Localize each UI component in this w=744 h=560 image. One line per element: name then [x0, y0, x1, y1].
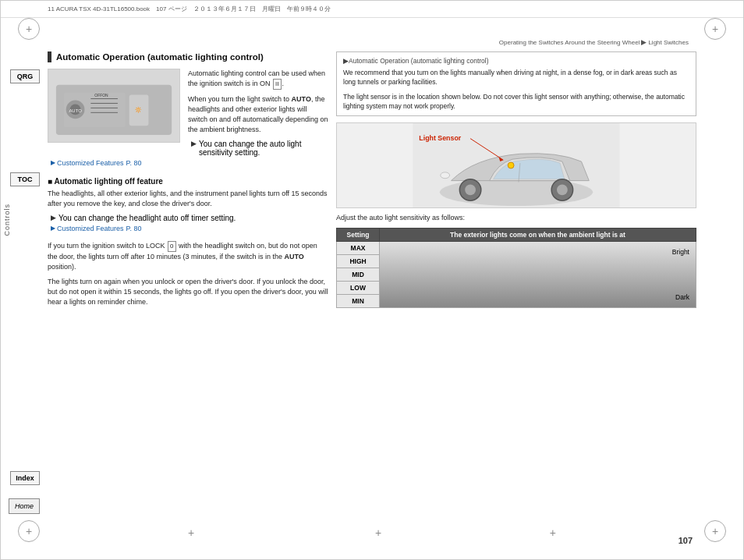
lock-para-prefix: If you turn the ignition switch to LOCK [48, 242, 167, 250]
right-column: ▶Automatic Operation (automatic lighting… [336, 51, 696, 308]
setting-min: MIN [337, 295, 380, 308]
sub-arrow-item: ▶ You can change the headlight auto off … [48, 214, 328, 222]
svg-point-17 [465, 185, 476, 196]
ignition-symbol: II [273, 79, 281, 90]
arrow-text-1: You can change the auto light sensitivit… [199, 140, 328, 157]
svg-point-20 [441, 172, 450, 179]
final-para: The lights turn on again when you unlock… [48, 277, 328, 307]
lock-end: position). [48, 263, 76, 271]
lock-symbol: 0 [168, 241, 175, 252]
link-page-1: P. 80 [126, 159, 142, 167]
setting-high: HIGH [337, 255, 380, 268]
sub-link-text[interactable]: Customized Features [57, 225, 124, 232]
heading-bar [48, 51, 51, 62]
main-content: Automatic Operation (automatic lighting … [48, 51, 696, 528]
svg-text:🔆: 🔆 [135, 106, 142, 113]
breadcrumb-sep1: ▶ [641, 38, 647, 46]
corner-decoration-tr [704, 18, 726, 40]
sensor-image: Light Sensor [336, 122, 696, 208]
setting-mid: MID [337, 268, 380, 282]
car-image: AUTO OFF ON 🔆 [48, 69, 180, 143]
sub-link-page: P. 80 [126, 225, 142, 232]
left-column: Automatic Operation (automatic lighting … [48, 51, 328, 312]
breadcrumb-part1: Operating the Switches Around the Steeri… [499, 39, 640, 46]
sub-link-item[interactable]: ▶ Customized Features P. 80 [48, 225, 328, 232]
auto-para-prefix: When you turn the light switch to [188, 95, 292, 103]
note-para2: The light sensor is in the location show… [343, 92, 689, 112]
lock-auto-keyword: AUTO [285, 253, 304, 261]
breadcrumb-part2: Light Switches [648, 39, 689, 46]
page: 11 ACURA TSX 4D-31TL16500.book 107 ページ ２… [0, 0, 744, 560]
arrow-item-1: ▶ You can change the auto light sensitiv… [188, 140, 328, 157]
note-para1: We recommend that you turn on the lights… [343, 68, 689, 87]
bright-label: Bright [672, 248, 689, 256]
sensor-car-svg: Light Sensor [337, 123, 696, 207]
note-box: ▶Automatic Operation (automatic lighting… [336, 51, 696, 116]
svg-text:AUTO: AUTO [69, 108, 82, 113]
section-heading-text: Automatic Operation (automatic lighting … [56, 52, 264, 62]
svg-text:OFF: OFF [94, 93, 102, 97]
link-item-1[interactable]: ▶ Customized Features P. 80 [48, 159, 328, 167]
sub-para1: The headlights, all other exterior light… [48, 189, 328, 209]
file-info-bar: 11 ACURA TSX 4D-31TL16500.book 107 ページ ２… [1, 1, 743, 18]
home-button[interactable]: Home [9, 498, 40, 514]
sub-heading: Automatic lighting off feature [48, 177, 328, 186]
car-dashboard-svg: AUTO OFF ON 🔆 [48, 69, 179, 143]
intro-block: AUTO OFF ON 🔆 Autom [48, 69, 328, 169]
toc-button[interactable]: TOC [10, 172, 40, 186]
link-icon-1: ▶ [51, 159, 55, 166]
index-button[interactable]: Index [10, 471, 40, 485]
breadcrumb: Operating the Switches Around the Steeri… [499, 38, 689, 46]
svg-point-19 [557, 185, 568, 196]
settings-table: Setting The exterior lights come on when… [336, 228, 696, 308]
arrow-sym-1: ▶ [191, 140, 197, 147]
section-heading: Automatic Operation (automatic lighting … [48, 51, 328, 62]
page-number: 107 [678, 536, 693, 545]
svg-point-22 [508, 162, 514, 168]
sub-arrow-text: You can change the headlight auto off ti… [58, 214, 236, 222]
table-row: MAX Bright Dark [337, 242, 696, 255]
gradient-fill [380, 242, 696, 307]
note-title: ▶Automatic Operation (automatic lighting… [343, 57, 689, 65]
table-header-brightness: The exterior lights come on when the amb… [380, 229, 696, 242]
left-sidebar: QRG TOC Controls Index Home [1, 1, 48, 560]
sub-link-icon: ▶ [51, 225, 55, 232]
bottom-cross-right: + [550, 526, 556, 539]
svg-text:ON: ON [102, 93, 108, 97]
intro-text-content: Automatic lighting control can be used w… [188, 69, 325, 87]
table-caption: Adjust the auto light sensitivity as fol… [336, 213, 696, 223]
auto-keyword: AUTO [292, 95, 311, 103]
corner-decoration-br [704, 520, 726, 542]
setting-low: LOW [337, 282, 380, 295]
brightness-gradient-cell: Bright Dark [380, 242, 696, 308]
dark-label: Dark [675, 293, 689, 301]
table-header-setting: Setting [337, 229, 380, 242]
controls-label: Controls [3, 204, 11, 236]
bottom-cross-center: + [375, 526, 381, 539]
svg-text:Light Sensor: Light Sensor [419, 134, 462, 142]
setting-max: MAX [337, 242, 380, 255]
file-info-text: 11 ACURA TSX 4D-31TL16500.book 107 ページ ２… [48, 5, 331, 13]
sub-arrow-sym: ▶ [51, 214, 56, 222]
bottom-cross-left: + [188, 526, 194, 539]
qrg-button[interactable]: QRG [10, 69, 40, 83]
lock-para: If you turn the ignition switch to LOCK … [48, 241, 328, 272]
link-text-1[interactable]: Customized Features [57, 159, 124, 167]
